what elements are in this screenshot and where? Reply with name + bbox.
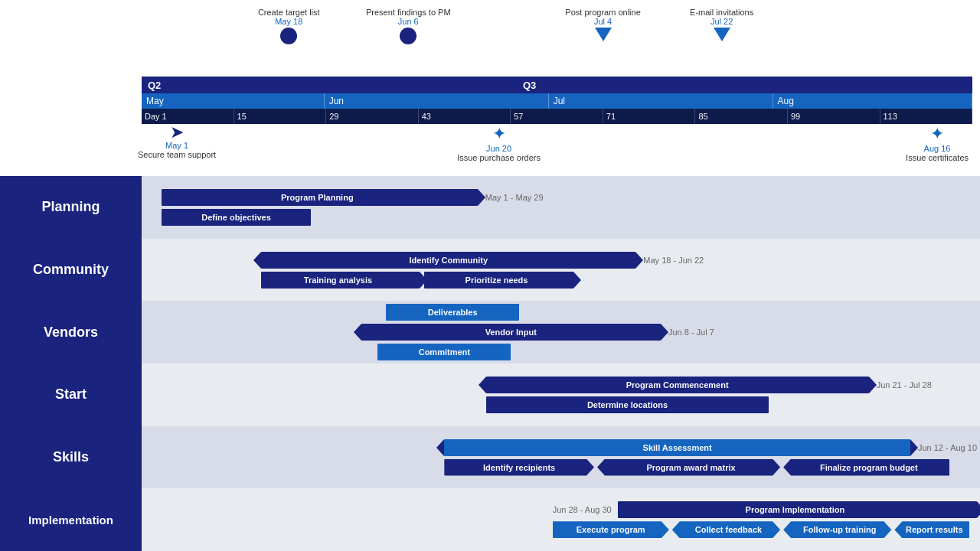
vendors-content: Deliverables Vendor Input Jun 8 - Jul 7 — [142, 301, 980, 364]
milestone-label: Create target list — [258, 8, 320, 17]
define-objectives-bar: Define objectives — [162, 209, 312, 226]
start-row: Start Program Commencement Jun 21 - Jul … — [0, 364, 980, 426]
day-1: Day 1 — [142, 109, 234, 124]
implementation-bar-row-2: Execute program Collect feedback Follow-… — [145, 521, 977, 538]
milestone-create-target: Create target list May 18 — [258, 8, 320, 46]
day-43: 43 — [419, 109, 511, 124]
milestone-secure-team: ➤ May 1 Secure team support — [138, 124, 216, 159]
program-planning-date: May 1 - May 29 — [485, 193, 544, 202]
day-99: 99 — [788, 109, 880, 124]
program-award-matrix-bar: Program award matrix — [597, 459, 780, 476]
planning-bar-row-2: Define objectives — [145, 209, 977, 226]
milestone-date: May 18 — [258, 17, 320, 26]
follow-up-training-bar: Follow-up training — [783, 521, 891, 538]
milestone-date: Jul 22 — [690, 17, 753, 26]
milestone-date: Jun 20 — [457, 144, 541, 153]
implementation-row: Implementation Jun 28 - Aug 30 Program I… — [0, 488, 980, 551]
milestone-date: Jun 6 — [366, 17, 451, 26]
day-15: 15 — [234, 109, 327, 124]
day-57: 57 — [511, 109, 603, 124]
vendor-input-date: Jun 8 - Jul 7 — [668, 328, 714, 337]
vendors-bar-row-2: Vendor Input Jun 8 - Jul 7 — [145, 324, 977, 341]
milestone-label: Issue certificates — [906, 153, 969, 162]
implementation-content: Jun 28 - Aug 30 Program Implementation E… — [142, 488, 980, 551]
month-bar: May Jun Jul Aug — [142, 93, 972, 109]
milestone-purchase-orders: ✦ Jun 20 Issue purchase orders — [457, 124, 541, 162]
milestone-date: May 1 — [138, 141, 216, 150]
determine-locations-bar: Determine locations — [486, 396, 769, 413]
implementation-bar-row-1: Jun 28 - Aug 30 Program Implementation — [145, 501, 977, 518]
milestone-email-invitations: E-mail invitations Jul 22 — [690, 8, 753, 43]
day-71: 71 — [603, 109, 696, 124]
skills-row: Skills Skill Assessment Jun 12 - Aug 10 … — [0, 426, 980, 489]
start-bar-row-1: Program Commencement Jun 21 - Jul 28 — [145, 377, 977, 393]
vendors-bar-row-1: Deliverables — [145, 304, 977, 321]
milestone-post-program: Post program online Jul 4 — [565, 8, 640, 43]
day-bar: Day 1 15 29 43 57 71 85 99 113 — [142, 109, 972, 124]
planning-label: Planning — [0, 176, 142, 239]
milestones-bottom: ➤ May 1 Secure team support ✦ Jun 20 Iss… — [142, 124, 972, 166]
vendors-label: Vendors — [0, 301, 142, 364]
collect-feedback-bar: Collect feedback — [672, 521, 780, 538]
skills-content: Skill Assessment Jun 12 - Aug 10 Identif… — [142, 426, 980, 489]
month-jul: Jul — [549, 93, 773, 109]
identify-community-date: May 18 - Jun 22 — [643, 256, 704, 265]
milestone-dot-icon — [400, 28, 416, 44]
prioritize-needs-bar: Prioritize needs — [424, 272, 574, 289]
community-label: Community — [0, 239, 142, 302]
month-aug: Aug — [773, 93, 972, 109]
month-may: May — [142, 93, 325, 109]
skill-assessment-date: Jun 12 - Aug 10 — [918, 443, 977, 452]
community-bar-row-2: Training analysis Prioritize needs — [145, 272, 977, 289]
implementation-date-outside: Jun 28 - Aug 30 — [553, 505, 612, 514]
skills-bar-row-1: Skill Assessment Jun 12 - Aug 10 — [145, 439, 977, 456]
identify-community-bar: Identify Community — [261, 252, 635, 269]
planning-row: Planning Program Planning May 1 - May 29… — [0, 176, 980, 239]
main-container: Create target list May 18 Present findin… — [0, 0, 980, 551]
program-commencement-bar: Program Commencement — [486, 377, 869, 393]
quarter-q2: Q2 — [142, 77, 517, 93]
milestone-present-findings: Present findings to PM Jun 6 — [366, 8, 451, 46]
milestone-label: E-mail invitations — [690, 8, 753, 17]
execute-program-bar: Execute program — [553, 521, 669, 538]
start-bar-row-2: Determine locations — [145, 396, 977, 413]
star-icon: ✦ — [457, 124, 541, 144]
milestone-triangle-icon — [714, 28, 730, 41]
month-jun: Jun — [325, 93, 549, 109]
milestones-top: Create target list May 18 Present findin… — [142, 8, 972, 77]
report-results-bar: Report results — [894, 521, 969, 538]
quarter-bar: Q2 Q3 — [142, 77, 972, 93]
day-29: 29 — [326, 109, 419, 124]
milestone-date: Aug 16 — [906, 144, 969, 153]
training-analysis-bar: Training analysis — [261, 272, 420, 289]
community-row: Community Identify Community May 18 - Ju… — [0, 239, 980, 302]
milestone-triangle-icon — [595, 28, 612, 41]
identify-recipients-bar: Identify recipients — [444, 459, 594, 476]
implementation-label: Implementation — [0, 488, 142, 551]
milestone-label: Post program online — [565, 8, 640, 17]
milestone-label: Secure team support — [138, 150, 216, 159]
deliverables-bar: Deliverables — [386, 304, 519, 321]
milestone-date: Jul 4 — [565, 17, 640, 26]
vendors-bar-row-3: Commitment — [145, 344, 977, 360]
milestone-dot-icon — [280, 28, 297, 44]
day-85: 85 — [695, 109, 788, 124]
program-planning-bar: Program Planning — [162, 189, 478, 206]
commitment-bar: Commitment — [377, 344, 511, 360]
timeline-content: Create target list May 18 Present findin… — [142, 8, 972, 166]
finalize-program-budget-bar: Finalize program budget — [783, 459, 949, 476]
vendors-row: Vendors Deliverables Vendor Input — [0, 301, 980, 364]
star-icon: ✦ — [906, 124, 969, 144]
quarter-q3: Q3 — [517, 77, 972, 93]
timeline-top: Create target list May 18 Present findin… — [0, 0, 980, 176]
planning-bar-row-1: Program Planning May 1 - May 29 — [145, 189, 977, 206]
milestone-label: Issue purchase orders — [457, 153, 541, 162]
start-content: Program Commencement Jun 21 - Jul 28 Det… — [142, 364, 980, 426]
skills-bar-row-2: Identify recipients Program award matrix… — [145, 459, 977, 476]
milestone-label: Present findings to PM — [366, 8, 451, 17]
planning-content: Program Planning May 1 - May 29 Define o… — [142, 176, 980, 239]
program-commencement-date: Jun 21 - Jul 28 — [877, 380, 932, 390]
community-bar-row-1: Identify Community May 18 - Jun 22 — [145, 252, 977, 269]
rows-section: Planning Program Planning May 1 - May 29… — [0, 176, 980, 551]
skill-assessment-bar: Skill Assessment — [444, 439, 910, 456]
